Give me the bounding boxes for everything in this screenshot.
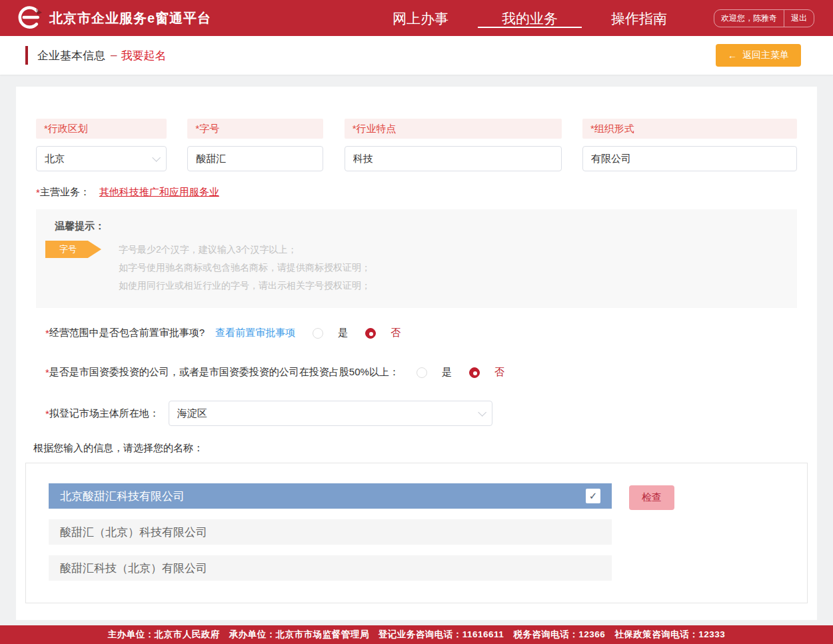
tips-tag-trade-name: 字号 [45, 241, 101, 258]
trade-name-input[interactable] [187, 146, 323, 171]
site-logo-icon [16, 5, 43, 31]
org-form-input[interactable] [582, 146, 797, 171]
main-business-link[interactable]: 其他科技推广和应用服务业 [99, 186, 219, 199]
view-pre-approval-link[interactable]: 查看前置审批事项 [215, 327, 295, 339]
breadcrumb-current: 我要起名 [121, 48, 166, 63]
tips-box: 温馨提示： 字号 字号最少2个汉字，建议输入3个汉字以上； 如字号使用驰名商标或… [36, 209, 797, 308]
logout-button[interactable]: 退出 [784, 10, 814, 27]
field-label-org-form: *组织形式 [582, 119, 797, 139]
question-sasac-label: 是否是市国资委投资的公司，或者是市国资委投资的公司在投资占股50%以上： [49, 366, 399, 379]
field-admin-region: *行政区划 北京 [36, 119, 167, 171]
radio-label-yes[interactable]: 是 [338, 327, 348, 339]
footer-text: 主办单位：北京市人民政府 承办单位：北京市市场监督管理局 登记业务咨询电话：11… [108, 629, 726, 641]
form-card: *行政区划 北京 *字号 *行业特点 *组织形式 * 主营业务： [16, 87, 817, 620]
name-options-box: 北京酸甜汇科技有限公司 ✓ 酸甜汇（北京）科技有限公司 酸甜汇科技（北京）有限公… [25, 463, 808, 603]
question-pre-approval: * 经营范围中是否包含前置审批事项? 查看前置审批事项 是 否 [45, 327, 797, 339]
location-value: 海淀区 [177, 407, 207, 420]
field-label-industry: *行业特点 [345, 119, 562, 139]
nav-item-guide[interactable]: 操作指南 [611, 0, 667, 36]
page-body: *行政区划 北京 *字号 *行业特点 *组织形式 * 主营业务： [0, 75, 833, 625]
tips-line: 字号最少2个汉字，建议输入3个汉字以上； [119, 241, 371, 259]
question-pre-approval-label: 经营范围中是否包含前置审批事项? [49, 327, 205, 339]
admin-region-value: 北京 [45, 153, 65, 165]
question-sasac-investment: * 是否是市国资委投资的公司，或者是市国资委投资的公司在投资占股50%以上： 是… [45, 366, 797, 379]
welcome-text: 欢迎您，陈雅奇 [714, 10, 784, 27]
breadcrumb-section: 企业基本信息 [37, 48, 105, 63]
footer-bar: 主办单位：北京市人民政府 承办单位：北京市市场监督管理局 登记业务咨询电话：11… [0, 625, 833, 644]
radio-sasac-yes[interactable] [416, 367, 427, 378]
tips-line: 如使用同行业或相近行业的字号，请出示相关字号授权证明； [119, 277, 371, 295]
radio-label-no[interactable]: 否 [391, 327, 401, 339]
tips-lines: 字号最少2个汉字，建议输入3个汉字以上； 如字号使用驰名商标或包含驰名商标，请提… [119, 241, 371, 295]
chevron-down-icon [478, 408, 486, 417]
chevron-down-icon [152, 153, 161, 162]
location-row: * 拟登记市场主体所在地： 海淀区 [45, 401, 797, 426]
fields-row: *行政区划 北京 *字号 *行业特点 *组织形式 [36, 119, 797, 171]
user-pill: 欢迎您，陈雅奇 退出 [714, 9, 814, 27]
top-header: 北京市企业服务e窗通平台 网上办事 我的业务 操作指南 欢迎您，陈雅奇 退出 [0, 0, 833, 36]
location-label: 拟登记市场主体所在地： [49, 407, 159, 420]
field-org-form: *组织形式 [582, 119, 797, 171]
name-option-selected[interactable]: 北京酸甜汇科技有限公司 ✓ [49, 483, 612, 509]
back-arrow-icon: ← [728, 50, 737, 61]
breadcrumb-separator: – [111, 49, 117, 62]
radio-sasac-no[interactable] [469, 367, 480, 378]
check-name-button[interactable]: 检查 [629, 485, 674, 510]
tips-title: 温馨提示： [55, 220, 784, 233]
breadcrumb-accent-bar [25, 46, 28, 65]
breadcrumb-bar: 企业基本信息 – 我要起名 ← 返回主菜单 [0, 36, 833, 75]
field-label-trade-name: *字号 [187, 119, 323, 139]
field-industry: *行业特点 [345, 119, 562, 171]
radio-pre-approval-yes[interactable] [313, 328, 323, 339]
radio-label-no[interactable]: 否 [494, 366, 504, 379]
main-business-label: 主营业务： [40, 186, 90, 199]
tips-line: 如字号使用驰名商标或包含驰名商标，请提供商标授权证明； [119, 259, 371, 277]
radio-pre-approval-no[interactable] [365, 328, 376, 339]
main-nav: 网上办事 我的业务 操作指南 [393, 0, 667, 36]
industry-input[interactable] [345, 146, 562, 171]
choose-name-hint: 根据您输入的信息，请选择您的名称： [33, 442, 797, 455]
site-title: 北京市企业服务e窗通平台 [49, 9, 211, 27]
name-option-text: 北京酸甜汇科技有限公司 [60, 489, 185, 504]
name-option[interactable]: 酸甜汇科技（北京）有限公司 [49, 555, 612, 581]
radio-label-yes[interactable]: 是 [442, 366, 452, 379]
field-label-admin-region: *行政区划 [36, 119, 167, 139]
back-button-label: 返回主菜单 [742, 49, 789, 61]
location-select[interactable]: 海淀区 [169, 401, 492, 426]
nav-item-my-business[interactable]: 我的业务 [502, 0, 558, 36]
checkbox-checked-icon[interactable]: ✓ [586, 489, 600, 503]
tips-row: 字号 字号最少2个汉字，建议输入3个汉字以上； 如字号使用驰名商标或包含驰名商标… [45, 241, 784, 295]
field-trade-name: *字号 [187, 119, 323, 171]
name-option[interactable]: 酸甜汇（北京）科技有限公司 [49, 519, 612, 545]
name-options-list: 北京酸甜汇科技有限公司 ✓ 酸甜汇（北京）科技有限公司 酸甜汇科技（北京）有限公… [49, 483, 612, 581]
admin-region-select[interactable]: 北京 [36, 146, 167, 171]
back-to-main-menu-button[interactable]: ← 返回主菜单 [716, 44, 801, 67]
nav-item-online-services[interactable]: 网上办事 [393, 0, 448, 36]
main-business-row: * 主营业务： 其他科技推广和应用服务业 [36, 186, 797, 199]
